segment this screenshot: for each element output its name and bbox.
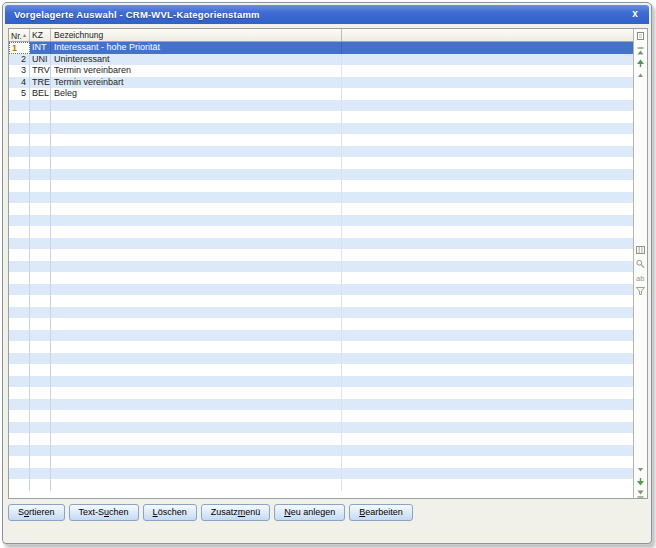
cell-nr[interactable]	[9, 376, 30, 388]
cell-nr[interactable]: 5	[9, 88, 30, 100]
cell-empty[interactable]	[342, 295, 633, 307]
cell-kz[interactable]	[30, 192, 51, 204]
cell-nr[interactable]	[9, 330, 30, 342]
cell-nr[interactable]	[9, 249, 30, 261]
search-icon[interactable]	[635, 259, 646, 269]
cell-empty[interactable]	[342, 100, 633, 112]
close-button[interactable]: x	[628, 7, 642, 21]
cell-empty[interactable]	[342, 157, 633, 169]
cell-nr[interactable]	[9, 456, 30, 468]
cell-nr[interactable]	[9, 353, 30, 365]
table-row[interactable]: 5BELBeleg	[9, 88, 633, 100]
cell-kz[interactable]	[30, 134, 51, 146]
cell-kz[interactable]	[30, 456, 51, 468]
cell-kz[interactable]	[30, 376, 51, 388]
cell-bezeichnung[interactable]: Interessant - hohe Priorität	[51, 42, 342, 54]
sortieren-button[interactable]: Sortieren	[8, 504, 65, 521]
column-header-kz[interactable]: KZ	[30, 29, 51, 41]
text-search-icon[interactable]: ab	[635, 273, 646, 283]
cell-nr[interactable]	[9, 399, 30, 411]
cell-nr[interactable]	[9, 445, 30, 457]
cell-kz[interactable]	[30, 387, 51, 399]
cell-bezeichnung[interactable]	[51, 433, 342, 445]
table-row-empty[interactable]	[9, 468, 633, 480]
cell-kz[interactable]	[30, 111, 51, 123]
table-row-empty[interactable]	[9, 479, 633, 491]
cell-bezeichnung[interactable]	[51, 261, 342, 273]
cell-bezeichnung[interactable]	[51, 146, 342, 158]
table-row[interactable]: 3TRVTermin vereinbaren	[9, 65, 633, 77]
table-row-empty[interactable]	[9, 272, 633, 284]
cell-empty[interactable]	[342, 272, 633, 284]
cell-bezeichnung[interactable]	[51, 169, 342, 181]
cell-nr[interactable]	[9, 146, 30, 158]
cell-nr[interactable]	[9, 111, 30, 123]
cell-empty[interactable]	[342, 433, 633, 445]
cell-empty[interactable]	[342, 146, 633, 158]
cell-empty[interactable]	[342, 134, 633, 146]
cell-kz[interactable]	[30, 410, 51, 422]
cell-empty[interactable]	[342, 192, 633, 204]
cell-empty[interactable]	[342, 215, 633, 227]
table-row-empty[interactable]	[9, 433, 633, 445]
table-row-empty[interactable]	[9, 134, 633, 146]
cell-bezeichnung[interactable]	[51, 249, 342, 261]
cell-nr[interactable]	[9, 215, 30, 227]
cell-kz[interactable]	[30, 180, 51, 192]
scroll-to-bottom-icon[interactable]	[635, 489, 646, 499]
cell-kz[interactable]	[30, 341, 51, 353]
cell-nr[interactable]	[9, 422, 30, 434]
cell-kz[interactable]	[30, 238, 51, 250]
cell-empty[interactable]	[342, 364, 633, 376]
cell-kz[interactable]	[30, 330, 51, 342]
cell-nr[interactable]	[9, 169, 30, 181]
cell-kz[interactable]	[30, 445, 51, 457]
cell-nr[interactable]	[9, 295, 30, 307]
cell-kz[interactable]	[30, 399, 51, 411]
cell-kz[interactable]	[30, 123, 51, 135]
cell-bezeichnung[interactable]	[51, 215, 342, 227]
cell-kz[interactable]	[30, 100, 51, 112]
cell-bezeichnung[interactable]	[51, 376, 342, 388]
cell-bezeichnung[interactable]	[51, 364, 342, 376]
cell-empty[interactable]	[342, 284, 633, 296]
table-row-empty[interactable]	[9, 330, 633, 342]
cell-nr[interactable]	[9, 180, 30, 192]
page-down-icon[interactable]	[635, 477, 646, 487]
table-row-empty[interactable]	[9, 215, 633, 227]
cell-empty[interactable]	[342, 226, 633, 238]
table-row-empty[interactable]	[9, 180, 633, 192]
cell-kz[interactable]	[30, 422, 51, 434]
cell-empty[interactable]	[342, 456, 633, 468]
cell-nr[interactable]	[9, 387, 30, 399]
cell-empty[interactable]	[342, 203, 633, 215]
table-row-empty[interactable]	[9, 422, 633, 434]
text-suchen-button[interactable]: Text-Suchen	[69, 504, 139, 521]
cell-empty[interactable]	[342, 249, 633, 261]
table-row-empty[interactable]	[9, 157, 633, 169]
cell-kz[interactable]	[30, 284, 51, 296]
cell-empty[interactable]	[342, 399, 633, 411]
cell-kz[interactable]	[30, 157, 51, 169]
cell-nr[interactable]	[9, 203, 30, 215]
cell-empty[interactable]	[342, 445, 633, 457]
cell-nr[interactable]	[9, 192, 30, 204]
table-row-empty[interactable]	[9, 295, 633, 307]
bearbeiten-button[interactable]: Bearbeiten	[349, 504, 413, 521]
table-row-empty[interactable]	[9, 341, 633, 353]
cell-bezeichnung[interactable]	[51, 123, 342, 135]
cell-empty[interactable]	[342, 65, 633, 77]
cell-bezeichnung[interactable]	[51, 307, 342, 319]
cell-empty[interactable]	[342, 123, 633, 135]
cell-nr[interactable]	[9, 479, 30, 491]
cell-empty[interactable]	[342, 318, 633, 330]
cell-bezeichnung[interactable]	[51, 157, 342, 169]
table-row-empty[interactable]	[9, 169, 633, 181]
cell-bezeichnung[interactable]	[51, 330, 342, 342]
cell-kz[interactable]: INT	[30, 42, 51, 54]
copy-grid-icon[interactable]	[635, 31, 646, 41]
cell-kz[interactable]: TRV	[30, 65, 51, 77]
zusatzmenue-button[interactable]: Zusatzmenü	[201, 504, 271, 521]
cell-bezeichnung[interactable]: Termin vereinbart	[51, 77, 342, 89]
cell-empty[interactable]	[342, 169, 633, 181]
